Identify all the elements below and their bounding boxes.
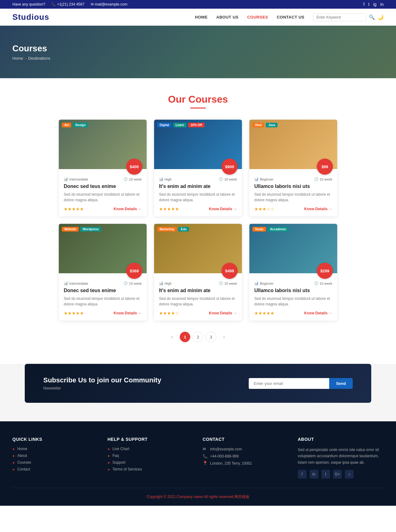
page-prev[interactable]: ‹ bbox=[167, 332, 177, 342]
logo[interactable]: Studious bbox=[12, 12, 49, 22]
dark-mode-icon[interactable]: 🌙 bbox=[377, 14, 384, 20]
price-badge: $369 bbox=[126, 263, 142, 279]
social-twitter[interactable]: t bbox=[321, 470, 330, 479]
course-rating: ★★★★★ bbox=[64, 311, 84, 316]
contact-email: ✉ info@example.com bbox=[203, 447, 289, 451]
twitter-icon[interactable]: t bbox=[368, 2, 369, 7]
course-body: 📊 High 🕐 10 week It's enim ad minim ate … bbox=[154, 169, 242, 216]
course-rating: ★★★★★ bbox=[254, 311, 274, 316]
price-badge: $99 bbox=[317, 159, 333, 175]
course-image-wrap: MarketingEdu $499 bbox=[154, 224, 242, 273]
course-meta: 📊 Intermediate 🕐 10 week bbox=[64, 177, 142, 181]
subscribe-section: Subscribe Us to join our Community Newsl… bbox=[25, 364, 371, 403]
course-level: 📊 High bbox=[159, 281, 172, 285]
about-title: ABOUT bbox=[298, 437, 384, 442]
phone-icon: 📞 bbox=[203, 454, 208, 458]
course-tags: MarketingEdu bbox=[157, 227, 189, 232]
footer-divider bbox=[12, 488, 384, 488]
chart-icon: 📊 bbox=[159, 281, 163, 285]
subscribe-send-button[interactable]: Send bbox=[329, 378, 353, 389]
course-duration: 🕐 10 week bbox=[123, 177, 142, 181]
footer-link-support[interactable]: ►Support bbox=[108, 460, 194, 465]
know-details-link[interactable]: Know Details → bbox=[114, 311, 142, 315]
course-body: 📊 High 🕐 10 week It's enim ad minim ate … bbox=[154, 273, 242, 321]
social-linkedin[interactable]: in bbox=[310, 470, 318, 479]
social-googleplus[interactable]: G+ bbox=[333, 470, 342, 479]
search-input[interactable] bbox=[313, 13, 366, 21]
contact-address: 📍 London, 235 Terry, 10001 bbox=[203, 461, 289, 466]
course-title: Ullamco laboris nisi uts bbox=[254, 288, 332, 293]
nav: HOME ABOUT US COURSES CONTACT US 🔍 🌙 bbox=[195, 13, 384, 21]
course-card: MarketingEdu $499 📊 High 🕐 10 week It's … bbox=[154, 224, 242, 321]
know-details-link[interactable]: Know Details → bbox=[114, 207, 142, 211]
know-details-link[interactable]: Know Details → bbox=[209, 311, 237, 315]
know-details-link[interactable]: Know Details → bbox=[209, 207, 237, 211]
footer-contact: CONTACT ✉ info@example.com 📞 +44-000-888… bbox=[203, 437, 289, 479]
footer-bottom: Copyright © 2021.Company name All rights… bbox=[12, 494, 384, 500]
footer-link-about[interactable]: ►About bbox=[12, 453, 98, 458]
nav-search-area: 🔍 🌙 bbox=[313, 13, 384, 21]
facebook-icon[interactable]: f bbox=[363, 2, 364, 7]
page-next[interactable]: › bbox=[219, 332, 229, 342]
hero-content: Courses Home › Destinations bbox=[12, 44, 50, 61]
price-badge: $499 bbox=[222, 263, 238, 279]
footer-link-contact[interactable]: ►Contact bbox=[12, 467, 98, 471]
quick-links-list: ►Home ►About ►Courses ►Contact bbox=[12, 447, 98, 471]
page-1[interactable]: 1 bbox=[180, 332, 190, 342]
course-tags: ArtDesign bbox=[62, 123, 88, 127]
course-title: It's enim ad minim ate bbox=[159, 184, 237, 189]
course-description: Sed do eiusmod tempor incididunt ut labo… bbox=[64, 192, 142, 203]
course-image-wrap: ArtDesign $400 bbox=[59, 120, 147, 169]
courses-section: Our Courses ArtDesign $400 📊 Intermediat… bbox=[0, 78, 396, 364]
social-github[interactable]: ⌂ bbox=[345, 470, 354, 479]
course-image-wrap: WebsiteWordpress $369 bbox=[59, 224, 147, 273]
footer-link-faq[interactable]: ►Faq bbox=[108, 453, 194, 458]
nav-contact[interactable]: CONTACT US bbox=[277, 15, 304, 19]
contact-phone: 📞 +44-000-888-999 bbox=[203, 454, 289, 458]
linkedin-icon[interactable]: in bbox=[380, 2, 384, 7]
course-meta: 📊 Beginner 🕐 10 week bbox=[254, 281, 332, 285]
instagram-icon[interactable]: ig bbox=[373, 2, 377, 7]
chart-icon: 📊 bbox=[64, 281, 68, 285]
help-list: ►Live Chart ►Faq ►Support ►Terms of Serv… bbox=[108, 447, 194, 471]
section-underline bbox=[190, 108, 206, 109]
course-duration: 🕐 10 week bbox=[314, 281, 332, 285]
know-details-link[interactable]: Know Details → bbox=[304, 311, 332, 315]
nav-courses[interactable]: COURSES bbox=[247, 15, 268, 19]
subscribe-email-input[interactable] bbox=[249, 378, 329, 389]
social-facebook[interactable]: f bbox=[298, 470, 307, 479]
page-2[interactable]: 2 bbox=[193, 332, 203, 342]
nav-home[interactable]: HOME bbox=[195, 15, 208, 19]
course-card: DigitalLearn10% Off $900 📊 High 🕐 10 wee… bbox=[154, 120, 242, 216]
course-tags: StudyAccademic bbox=[252, 227, 289, 232]
copyright-text: Copyright © 2021.Company name All rights… bbox=[147, 495, 249, 499]
top-bar-left: Have any question? 📞 +1(21) 234 4567 ✉ m… bbox=[12, 2, 127, 6]
course-description: Sed do eiusmod tempor incididunt ut labo… bbox=[254, 296, 332, 307]
subscribe-text: Subscribe Us to join our Community Newsl… bbox=[43, 376, 161, 390]
page-3[interactable]: 3 bbox=[206, 332, 216, 342]
footer-link-courses[interactable]: ►Courses bbox=[12, 460, 98, 465]
course-rating: ★★★★☆ bbox=[159, 311, 179, 316]
clock-icon: 🕐 bbox=[219, 281, 223, 285]
course-body: 📊 Beginner 🕐 10 week Ullamco laboris nis… bbox=[249, 169, 337, 216]
footer-link-live-chart[interactable]: ►Live Chart bbox=[108, 447, 194, 451]
breadcrumb-home[interactable]: Home bbox=[12, 56, 23, 61]
course-meta: 📊 High 🕐 10 week bbox=[159, 281, 237, 285]
course-card: HtmlJava $99 📊 Beginner 🕐 10 week Ullamc… bbox=[249, 120, 337, 216]
footer-link-terms[interactable]: ►Terms of Services bbox=[108, 467, 194, 471]
top-bar-email: ✉ mail@example.com bbox=[91, 2, 127, 6]
search-icon[interactable]: 🔍 bbox=[369, 14, 375, 20]
header: Studious HOME ABOUT US COURSES CONTACT U… bbox=[0, 9, 396, 26]
course-description: Sed do eiusmod tempor incididunt ut labo… bbox=[64, 296, 142, 307]
course-title: It's enim ad minim ate bbox=[159, 288, 237, 293]
course-tags: WebsiteWordpress bbox=[62, 227, 101, 232]
breadcrumb-current: Destinations bbox=[28, 56, 50, 61]
footer: QUICK LINKS ►Home ►About ►Courses ►Conta… bbox=[0, 421, 396, 506]
footer-link-home[interactable]: ►Home bbox=[12, 447, 98, 451]
course-rating: ★★★★★ bbox=[159, 206, 179, 211]
subscribe-wrapper: Subscribe Us to join our Community Newsl… bbox=[0, 364, 396, 421]
course-footer: ★★★★★ Know Details → bbox=[159, 206, 237, 211]
location-icon: 📍 bbox=[203, 461, 208, 466]
know-details-link[interactable]: Know Details → bbox=[304, 207, 332, 211]
nav-about[interactable]: ABOUT US bbox=[216, 15, 239, 19]
